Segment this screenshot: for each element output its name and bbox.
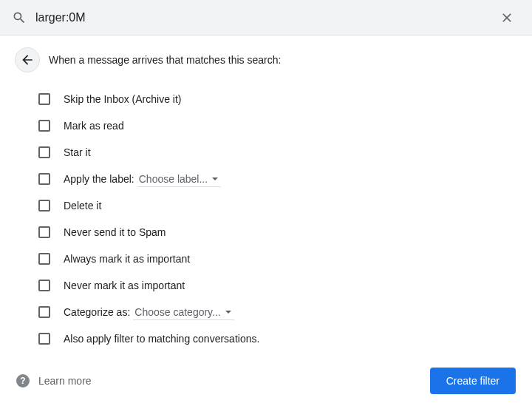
search-icon xyxy=(12,10,27,25)
label-also-apply: Also apply filter to matching conversati… xyxy=(64,333,259,345)
checkbox-never-important[interactable] xyxy=(38,280,50,291)
checkbox-never-spam[interactable] xyxy=(38,226,50,238)
option-star-it: Star it xyxy=(38,139,517,166)
chevron-down-icon xyxy=(212,177,218,180)
dropdown-choose-label[interactable]: Choose label... xyxy=(137,172,221,187)
checkbox-delete-it[interactable] xyxy=(38,200,50,212)
footer-left: ? Learn more xyxy=(16,374,92,388)
search-bar xyxy=(0,0,532,35)
create-filter-button[interactable]: Create filter xyxy=(430,368,516,394)
learn-more-link[interactable]: Learn more xyxy=(38,375,92,387)
label-categorize-as: Categorize as: xyxy=(64,306,130,318)
back-button[interactable] xyxy=(15,47,40,72)
checkbox-categorize-as[interactable] xyxy=(38,306,50,318)
filter-options: Skip the Inbox (Archive it) Mark as read… xyxy=(15,86,517,352)
option-mark-read: Mark as read xyxy=(38,112,517,139)
checkbox-always-important[interactable] xyxy=(38,253,50,265)
dropdown-category-text: Choose category... xyxy=(134,306,220,318)
option-always-important: Always mark it as important xyxy=(38,246,517,272)
label-never-important: Never mark it as important xyxy=(64,280,185,291)
header-row: When a message arrives that matches this… xyxy=(15,47,517,72)
option-also-apply: Also apply filter to matching conversati… xyxy=(38,325,517,352)
checkbox-also-apply[interactable] xyxy=(38,333,50,345)
label-mark-read: Mark as read xyxy=(64,120,124,132)
option-categorize-as: Categorize as: Choose category... xyxy=(38,299,517,325)
footer: ? Learn more Create filter xyxy=(0,356,532,406)
checkbox-apply-label[interactable] xyxy=(38,173,50,185)
label-star-it: Star it xyxy=(64,146,91,158)
label-apply-label: Apply the label: xyxy=(64,173,134,185)
option-never-spam: Never send it to Spam xyxy=(38,219,517,246)
option-skip-inbox: Skip the Inbox (Archive it) xyxy=(38,86,517,112)
option-apply-label: Apply the label: Choose label... xyxy=(38,166,517,192)
dropdown-choose-category[interactable]: Choose category... xyxy=(133,305,233,320)
option-never-important: Never mark it as important xyxy=(38,272,517,299)
chevron-down-icon xyxy=(225,311,231,314)
checkbox-mark-read[interactable] xyxy=(38,120,50,132)
header-title: When a message arrives that matches this… xyxy=(49,54,281,66)
arrow-left-icon xyxy=(20,53,35,67)
checkbox-skip-inbox[interactable] xyxy=(38,93,50,105)
label-always-important: Always mark it as important xyxy=(64,253,190,265)
filter-panel: When a message arrives that matches this… xyxy=(0,35,532,352)
label-delete-it: Delete it xyxy=(64,200,101,212)
option-delete-it: Delete it xyxy=(38,192,517,219)
close-icon xyxy=(499,10,514,25)
help-icon[interactable]: ? xyxy=(16,374,30,388)
dropdown-label-text: Choose label... xyxy=(139,173,208,185)
label-never-spam: Never send it to Spam xyxy=(64,226,166,238)
clear-search-button[interactable] xyxy=(494,4,520,31)
label-skip-inbox: Skip the Inbox (Archive it) xyxy=(64,93,182,105)
checkbox-star-it[interactable] xyxy=(38,146,50,158)
search-input[interactable] xyxy=(27,11,494,24)
